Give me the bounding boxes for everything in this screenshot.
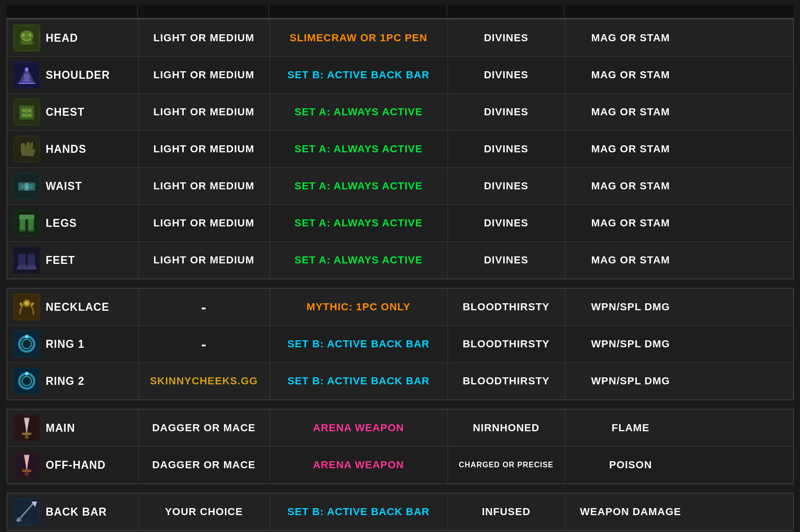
itemset-cell: SET B: ACTIVE BACK BAR: [270, 57, 448, 93]
svg-rect-3: [19, 41, 22, 45]
itemset-cell: SET A: ALWAYS ACTIVE: [270, 131, 448, 167]
trait-cell: INFUSED: [448, 494, 565, 530]
weight-cell: -: [139, 289, 270, 325]
itemset-cell: SET A: ALWAYS ACTIVE: [270, 205, 448, 241]
trait-cell: BLOODTHIRSTY: [448, 363, 565, 399]
svg-rect-27: [18, 183, 21, 190]
itemset-cell: SET B: ACTIVE BACK BAR: [270, 326, 448, 362]
table-row: RING 2skinnycheeks.ggSET B: ACTIVE BACK …: [7, 363, 793, 399]
ring-icon: [13, 367, 40, 395]
svg-point-5: [22, 34, 25, 37]
table-row: SHOULDERLIGHT OR MEDIUMSET B: ACTIVE BAC…: [7, 57, 793, 94]
enchant-cell: WPN/SPL DMG: [565, 326, 696, 362]
itemset-cell: SET A: ALWAYS ACTIVE: [270, 94, 448, 130]
weight-cell: LIGHT OR MEDIUM: [139, 205, 270, 241]
table-row: RING 1-SET B: ACTIVE BACK BARBLOODTHIRST…: [7, 326, 793, 363]
header-gear-slot: [7, 5, 138, 18]
gear-name-label: WAIST: [46, 180, 82, 193]
itemset-cell: ARENA WEAPON: [270, 410, 448, 446]
svg-rect-63: [22, 470, 31, 472]
gear-name-label: OFF-HAND: [46, 459, 106, 472]
trait-cell: BLOODTHIRSTY: [448, 289, 565, 325]
dagger-icon: [13, 414, 40, 442]
gear-name-label: LEGS: [46, 217, 77, 230]
svg-rect-28: [32, 183, 35, 190]
weight-cell: skinnycheeks.gg: [139, 363, 270, 399]
table-row: MAINDAGGER OR MACEARENA WEAPONNIRNHONEDF…: [7, 410, 793, 447]
itemset-cell: MYTHIC: 1PC ONLY: [270, 289, 448, 325]
gear-slot-cell: RING 1: [7, 326, 139, 362]
backbar-section: BACK BARYOUR CHOICESET B: ACTIVE BACK BA…: [7, 493, 794, 531]
weight-cell: LIGHT OR MEDIUM: [139, 242, 270, 278]
legs-icon: [13, 210, 40, 237]
enchant-cell: MAG OR STAM: [565, 168, 696, 204]
svg-rect-37: [28, 254, 35, 267]
hands-icon: [13, 135, 40, 163]
gear-name-label: MAIN: [46, 422, 75, 435]
itemset-cell: SET A: ALWAYS ACTIVE: [270, 168, 448, 204]
backbar-icon: [13, 498, 40, 525]
gear-slot-cell: OFF-HAND: [7, 447, 139, 483]
svg-point-47: [26, 336, 28, 337]
armor-section: HEADLIGHT OR MEDIUMSLIMECRAW OR 1PC PEND…: [7, 19, 794, 279]
trait-cell: DIVINES: [448, 131, 565, 167]
enchant-cell: MAG OR STAM: [565, 242, 696, 278]
enchant-cell: WPN/SPL DMG: [565, 363, 696, 399]
table-row: CHESTLIGHT OR MEDIUMSET A: ALWAYS ACTIVE…: [7, 94, 793, 131]
svg-rect-57: [22, 433, 31, 435]
weight-cell: -: [139, 326, 270, 362]
header-trait: [447, 5, 564, 18]
gear-slot-cell: CHEST: [7, 94, 139, 130]
gear-name-label: HANDS: [46, 143, 87, 156]
gear-name-label: NECKLACE: [46, 301, 110, 314]
gear-slot-cell: NECKLACE: [7, 289, 139, 325]
svg-rect-64: [25, 472, 29, 476]
header-item-set: [269, 5, 447, 18]
svg-point-11: [25, 67, 29, 71]
gear-name-label: CHEST: [46, 106, 85, 119]
gear-slot-cell: RING 2: [7, 363, 139, 399]
svg-rect-20: [28, 114, 31, 117]
svg-rect-4: [31, 41, 34, 45]
gear-name-label: SHOULDER: [46, 69, 110, 82]
trait-cell: CHARGED OR PRECISE: [448, 447, 565, 483]
jewelry-section: NECKLACE-MYTHIC: 1PC ONLYBLOODTHIRSTYWPN…: [7, 288, 794, 400]
trait-cell: DIVINES: [448, 168, 565, 204]
weight-cell: LIGHT OR MEDIUM: [139, 131, 270, 167]
head-icon: [13, 24, 40, 52]
trait-cell: BLOODTHIRSTY: [448, 326, 565, 362]
trait-cell: DIVINES: [448, 242, 565, 278]
weapon-section: MAINDAGGER OR MACEARENA WEAPONNIRNHONEDF…: [7, 409, 794, 484]
enchant-cell: MAG OR STAM: [565, 94, 696, 130]
feet-icon: [13, 247, 40, 274]
waist-icon: [13, 172, 40, 200]
trait-cell: NIRNHONED: [448, 410, 565, 446]
gear-name-label: RING 1: [46, 338, 85, 351]
svg-rect-17: [22, 109, 26, 112]
gear-slot-cell: HANDS: [7, 131, 139, 167]
enchant-cell: MAG OR STAM: [565, 57, 696, 93]
svg-point-40: [24, 301, 29, 306]
trait-cell: DIVINES: [448, 94, 565, 130]
gear-name-label: HEAD: [46, 32, 78, 45]
gear-name-label: RING 2: [46, 375, 85, 388]
table-row: HANDSLIGHT OR MEDIUMSET A: ALWAYS ACTIVE…: [7, 131, 793, 168]
enchant-cell: WPN/SPL DMG: [565, 289, 696, 325]
shoulder-icon: [13, 61, 40, 89]
gear-slot-cell: HEAD: [7, 20, 139, 56]
table-row: HEADLIGHT OR MEDIUMSLIMECRAW OR 1PC PEND…: [7, 20, 793, 57]
chest-icon: [13, 98, 40, 126]
gear-slot-cell: FEET: [7, 242, 139, 278]
weight-cell: LIGHT OR MEDIUM: [139, 57, 270, 93]
weight-cell: LIGHT OR MEDIUM: [139, 94, 270, 130]
gear-name-label: FEET: [46, 254, 75, 267]
gear-slot-cell: LEGS: [7, 205, 139, 241]
svg-point-26: [25, 185, 28, 188]
itemset-cell: SLIMECRAW OR 1PC PEN: [270, 20, 448, 56]
itemset-cell: SET B: ACTIVE BACK BAR: [270, 494, 448, 530]
svg-rect-10: [24, 74, 30, 82]
gear-table: HEADLIGHT OR MEDIUMSLIMECRAW OR 1PC PEND…: [7, 5, 794, 532]
enchant-cell: FLAME: [565, 410, 696, 446]
weight-cell: LIGHT OR MEDIUM: [139, 168, 270, 204]
enchant-cell: POISON: [565, 447, 696, 483]
